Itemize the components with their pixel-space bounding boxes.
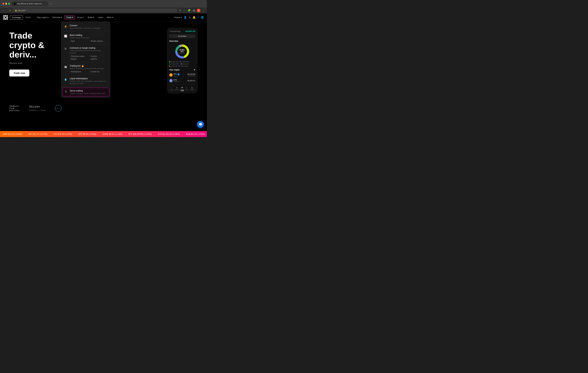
manchester-city-logo: MAN CITY <box>55 105 62 112</box>
refresh-icon[interactable]: ↺ <box>194 69 195 71</box>
btc-info: BTC 1 Bitcoin <box>174 73 179 77</box>
profile-icon[interactable]: ▣ <box>192 8 196 12</box>
legend-dai: 2.12% DAI <box>169 65 177 67</box>
btc-icon: B <box>169 73 173 77</box>
eth-info: ETH Ethereum <box>174 79 179 82</box>
discover-nav[interactable]: Discover ▾ <box>51 15 64 20</box>
basic-trading-title: Basic trading <box>70 34 108 36</box>
earn-nav-item[interactable]: ◇ Earn <box>185 86 188 91</box>
trade-app-icon: ⟳ <box>180 86 184 89</box>
close-dot[interactable] <box>2 3 4 5</box>
legend-btc: 44.88% BTC <box>169 61 178 63</box>
btc-crypto-row: B BTC 1 Bitcoin $2,132.89 0.10062226 <box>169 72 195 78</box>
bell-icon[interactable]: 🔔 <box>193 16 196 19</box>
chat-button[interactable]: 💬 <box>197 121 204 128</box>
buy-crypto-nav[interactable]: Buy crypto ▾ <box>35 15 50 20</box>
user-avatar[interactable]: J <box>197 9 200 12</box>
download-icon[interactable]: ⬇ <box>189 16 191 19</box>
trading-bot-desc: Multiple strategies to help you trade wi… <box>70 67 108 70</box>
wallet-pill[interactable]: Wallet <box>23 15 33 20</box>
home-icon: ⌂ <box>170 86 174 89</box>
bookmark-icon[interactable]: ☆ <box>183 8 186 12</box>
margin-sub-item[interactable]: Margin <box>70 58 88 60</box>
options-sub-item[interactable]: Options <box>89 58 108 60</box>
demo-trading-menu-item[interactable]: 🖥 Demo trading Practice and learn crypto… <box>62 88 109 96</box>
create-bot-sub-item[interactable]: Create bot <box>89 71 108 73</box>
new-tab-button[interactable]: + <box>50 2 52 5</box>
nav-right: Assets ▾ 👤 ⬇ 🔔 ? 🌐 <box>174 16 204 19</box>
minimize-dot[interactable] <box>5 3 7 5</box>
convert-menu-item[interactable]: ⚡ Convert Quick conversion, zero fees, n… <box>61 23 110 31</box>
browser-tab[interactable]: ✕ Buy Bitcoin & other cryptocurr... × <box>12 1 48 6</box>
more-nav[interactable]: More ▾ <box>105 15 115 20</box>
contracts-margin-menu-item[interactable]: 🏛 Contracts & margin trading Trade a ful… <box>61 45 110 62</box>
trading-bot-sub-items: Marketplace Create bot <box>70 71 108 73</box>
exchange-pill[interactable]: Exchange <box>10 15 23 20</box>
convert-title: Convert <box>70 24 108 27</box>
trade-nav[interactable]: Trade ▾ <box>64 15 75 20</box>
back-button[interactable]: ‹ <box>2 9 4 12</box>
home-nav-item[interactable]: ⌂ Home <box>170 86 174 91</box>
app-card-header: Total earnings +$4,567.00 <box>169 30 195 33</box>
trade-nav-item[interactable]: ⟳ Trade <box>180 86 184 91</box>
chat-icon: 💬 <box>199 122 202 126</box>
eth-left: E ETH Ethereum <box>169 79 179 82</box>
perpetual-swaps-sub-item[interactable]: Perpetual swaps <box>70 55 88 57</box>
contracts-content: Contracts & margin trading Trade a full … <box>70 47 108 60</box>
browser-chrome: ✕ Buy Bitcoin & other cryptocurr... × + … <box>0 0 207 13</box>
basic-trading-desc: Crypto trading made easy <box>70 37 108 39</box>
trade-now-button[interactable]: Trade now <box>9 69 29 77</box>
futures-sub-item[interactable]: Futures <box>89 55 108 57</box>
address-bar[interactable]: 🔒 okx.com <box>13 9 177 12</box>
marketplace-sub-item[interactable]: Marketplace <box>70 71 88 73</box>
user-icon[interactable]: 👤 <box>184 16 187 19</box>
app-preview-card: Total earnings +$4,567.00 Go to Earn Ove… <box>167 28 198 93</box>
total-earnings-amount: +$4,567.00 <box>185 30 195 33</box>
reload-button[interactable]: ↻ <box>9 8 12 12</box>
legend-ltc: 3.60% LTC <box>181 63 189 65</box>
tab-close-icon[interactable]: × <box>44 2 46 5</box>
learn-nav[interactable]: Learn <box>96 15 105 20</box>
legend-eth: 30.24% ETH <box>180 61 189 63</box>
build-nav[interactable]: Build ▾ <box>86 15 96 20</box>
spot-sub-item[interactable]: Spot <box>70 40 88 42</box>
portfolio-nav-item[interactable]: ▤ Portfolio <box>189 86 195 91</box>
menu-icon[interactable]: ⋮ <box>201 8 205 12</box>
simple-options-sub-item[interactable]: Simple options <box>89 40 108 42</box>
grow-nav[interactable]: Grow ▾ <box>75 15 85 20</box>
legend-dot-ltc <box>181 64 182 65</box>
tab-title: Buy Bitcoin & other cryptocurr... <box>17 3 43 5</box>
svg-rect-3 <box>3 17 5 18</box>
maximize-dot[interactable] <box>8 3 10 5</box>
trade-dropdown: ⚡ Convert Quick conversion, zero fees, n… <box>61 22 110 98</box>
toolbar-icons: ⬆ ☆ 🧩 ▣ J ⋮ <box>178 8 205 12</box>
contracts-title: Contracts & margin trading <box>70 47 108 49</box>
demo-trading-icon: 🖥 <box>64 89 68 94</box>
basic-trading-icon: 📈 <box>63 34 68 38</box>
btc-left: B BTC 1 Bitcoin <box>169 73 179 77</box>
okx-logo[interactable] <box>3 15 8 20</box>
basic-trading-menu-item[interactable]: 📈 Basic trading Crypto trading made easy… <box>61 32 110 44</box>
market-nav-item[interactable]: ◈ Market <box>175 86 179 91</box>
share-icon[interactable]: ⬆ <box>178 8 182 12</box>
browser-titlebar: ✕ Buy Bitcoin & other cryptocurr... × + <box>0 0 207 7</box>
demo-trading-title: Demo trading <box>70 89 108 92</box>
forward-button[interactable]: › <box>5 9 7 12</box>
go-to-earn-button[interactable]: Go to Earn <box>169 34 195 38</box>
assets-button[interactable]: Assets ▾ <box>174 16 182 19</box>
extension-icon[interactable]: 🧩 <box>187 8 191 12</box>
site-wrapper: Exchange Wallet Buy crypto ▾ Discover ▾ … <box>0 13 207 137</box>
divider-2 <box>61 44 110 44</box>
globe-icon[interactable]: 🌐 <box>201 16 204 19</box>
portfolio-legend: 44.88% BTC 30.24% ETH 17.66% USDT 3.60% … <box>169 61 195 67</box>
svg-rect-7 <box>7 18 8 20</box>
active-indicator <box>181 91 184 91</box>
browser-toolbar: ‹ › ↻ 🔒 okx.com ⬆ ☆ 🧩 ▣ J ⋮ <box>0 7 207 13</box>
help-icon[interactable]: ? <box>198 16 199 19</box>
btc-price-info: $2,132.89 0.10062226 <box>188 73 195 77</box>
svg-rect-1 <box>5 15 6 17</box>
liquid-marketplace-menu-item[interactable]: 💧 Liquid Marketplace Instantly trade spo… <box>61 76 110 86</box>
divider-5 <box>61 87 110 87</box>
trading-bot-menu-item[interactable]: 🤖 Trading bot 🔥 Multiple strategies to h… <box>61 63 110 74</box>
trading-bot-content: Trading bot 🔥 Multiple strategies to hel… <box>70 65 108 73</box>
